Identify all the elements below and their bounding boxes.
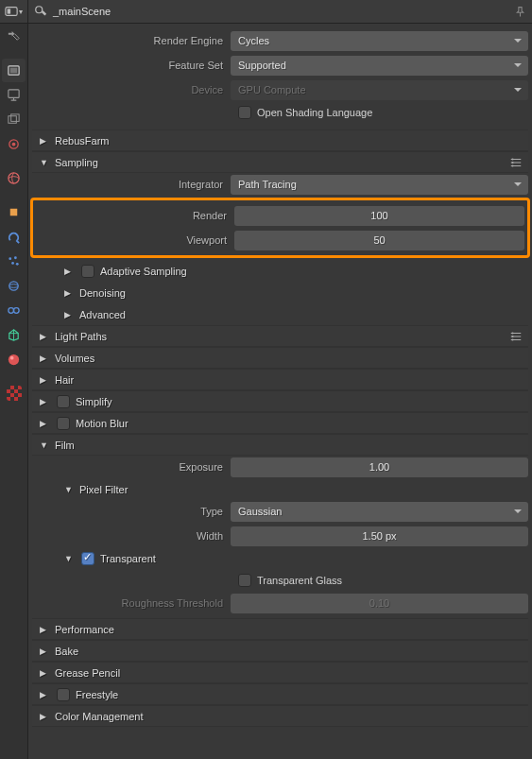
exposure-field[interactable]: 1.00 [231, 457, 528, 477]
filter-type-label: Type [32, 506, 231, 517]
svg-point-9 [9, 173, 19, 183]
svg-point-15 [9, 282, 18, 290]
svg-point-21 [36, 7, 43, 13]
svg-point-16 [9, 285, 18, 288]
feature-set-dropdown[interactable]: Supported [231, 56, 528, 76]
svg-point-11 [9, 257, 11, 260]
panel-denoising[interactable]: ▶ Denoising [32, 282, 528, 303]
panel-freestyle[interactable]: ▶ Freestyle [32, 683, 528, 705]
svg-point-24 [511, 164, 513, 166]
collapse-icon: ▼ [64, 554, 76, 563]
panel-advanced[interactable]: ▶ Advanced [32, 303, 528, 325]
filter-width-field[interactable]: 1.50 px [231, 526, 528, 546]
panel-light-paths[interactable]: ▶ Light Paths [32, 325, 528, 347]
expand-icon: ▶ [64, 267, 76, 276]
svg-point-8 [12, 143, 16, 147]
panel-rebusfarm[interactable]: ▶ RebusFarm [32, 129, 528, 151]
panel-color-management[interactable]: ▶ Color Management [32, 705, 528, 727]
viewport-samples-field[interactable]: 50 [234, 231, 524, 250]
viewport-samples-label: Viewport [36, 234, 234, 246]
panel-grease-pencil[interactable]: ▶ Grease Pencil [32, 662, 528, 683]
transparent-glass-label: Transparent Glass [257, 575, 342, 586]
panel-performance[interactable]: ▶ Performance [32, 618, 528, 640]
svg-point-22 [511, 158, 513, 160]
expand-icon: ▶ [64, 288, 76, 298]
render-samples-label: Render [36, 210, 234, 221]
panel-motion-blur[interactable]: ▶ Motion Blur [32, 412, 528, 434]
svg-point-19 [9, 354, 19, 365]
svg-point-18 [14, 308, 20, 314]
simplify-checkbox[interactable] [57, 395, 70, 408]
svg-point-13 [11, 262, 14, 265]
tab-world-icon[interactable] [2, 166, 26, 190]
editor-type-selector[interactable]: ▾ [0, 0, 27, 24]
exposure-label: Exposure [32, 461, 231, 473]
panel-bake[interactable]: ▶ Bake [32, 640, 528, 662]
integrator-label: Integrator [32, 179, 231, 190]
osl-checkbox[interactable] [238, 106, 251, 119]
expand-icon: ▶ [40, 419, 51, 428]
freestyle-checkbox[interactable] [57, 688, 70, 701]
pin-icon[interactable] [514, 6, 526, 18]
tab-render-icon[interactable] [2, 59, 26, 82]
tab-constraint-icon[interactable] [2, 299, 26, 322]
svg-point-27 [511, 338, 513, 340]
collapse-icon: ▼ [40, 440, 51, 450]
tab-modifier-icon[interactable] [2, 225, 26, 249]
adaptive-sampling-checkbox[interactable] [81, 265, 94, 278]
panel-pixel-filter[interactable]: ▼ Pixel Filter [32, 478, 528, 500]
svg-rect-1 [8, 9, 11, 13]
panel-simplify[interactable]: ▶ Simplify [32, 390, 528, 412]
transparent-checkbox[interactable] [81, 552, 94, 565]
filter-width-label: Width [32, 530, 231, 542]
scene-name[interactable]: _mainScene [53, 6, 111, 17]
svg-point-12 [14, 256, 17, 259]
tab-object-icon[interactable] [2, 200, 26, 224]
preset-menu-icon[interactable] [504, 330, 528, 343]
integrator-dropdown[interactable]: Path Tracing [231, 175, 528, 195]
expand-icon: ▶ [40, 136, 51, 146]
tab-viewlayer-icon[interactable] [2, 108, 26, 131]
filter-type-dropdown[interactable]: Gaussian [231, 502, 528, 522]
tab-tool-icon[interactable] [2, 25, 26, 48]
tab-particles-icon[interactable] [2, 250, 26, 273]
tab-output-icon[interactable] [2, 83, 26, 107]
render-engine-label: Render Engine [32, 35, 231, 46]
preset-menu-icon[interactable] [504, 156, 528, 169]
roughness-threshold-label: Roughness Threshold [32, 597, 231, 609]
device-label: Device [32, 84, 231, 95]
panel-volumes[interactable]: ▶ Volumes [32, 347, 528, 369]
svg-point-17 [9, 308, 14, 314]
render-samples-field[interactable]: 100 [234, 206, 524, 226]
panel-adaptive-sampling[interactable]: ▶ Adaptive Sampling [32, 260, 528, 282]
tab-scene-icon[interactable] [2, 132, 26, 156]
expand-icon: ▶ [64, 310, 76, 319]
tab-data-icon[interactable] [2, 323, 26, 347]
expand-icon: ▶ [40, 375, 51, 385]
osl-label: Open Shading Language [257, 107, 372, 118]
panel-transparent[interactable]: ▼ Transparent [32, 547, 528, 569]
svg-rect-3 [10, 68, 18, 74]
expand-icon: ▶ [40, 354, 51, 363]
roughness-threshold-field: 0.10 [231, 594, 528, 613]
tab-material-icon[interactable] [2, 348, 26, 371]
device-dropdown: GPU Compute [231, 80, 528, 100]
svg-point-25 [511, 332, 513, 334]
tab-physics-icon[interactable] [2, 274, 26, 298]
render-engine-dropdown[interactable]: Cycles [231, 31, 528, 51]
collapse-icon: ▼ [40, 158, 51, 167]
expand-icon: ▶ [40, 690, 51, 699]
expand-icon: ▶ [40, 397, 51, 406]
panel-hair[interactable]: ▶ Hair [32, 369, 528, 390]
transparent-glass-checkbox[interactable] [238, 574, 251, 587]
panel-film[interactable]: ▼ Film [32, 434, 528, 456]
panel-sampling[interactable]: ▼ Sampling [32, 151, 528, 173]
svg-rect-5 [9, 116, 16, 124]
expand-icon: ▶ [40, 332, 51, 341]
motion-blur-checkbox[interactable] [57, 417, 70, 430]
svg-point-20 [10, 356, 14, 360]
tab-texture-icon[interactable] [7, 386, 22, 401]
properties-header: _mainScene [28, 0, 532, 24]
svg-rect-4 [9, 90, 19, 97]
scene-icon [34, 5, 47, 18]
